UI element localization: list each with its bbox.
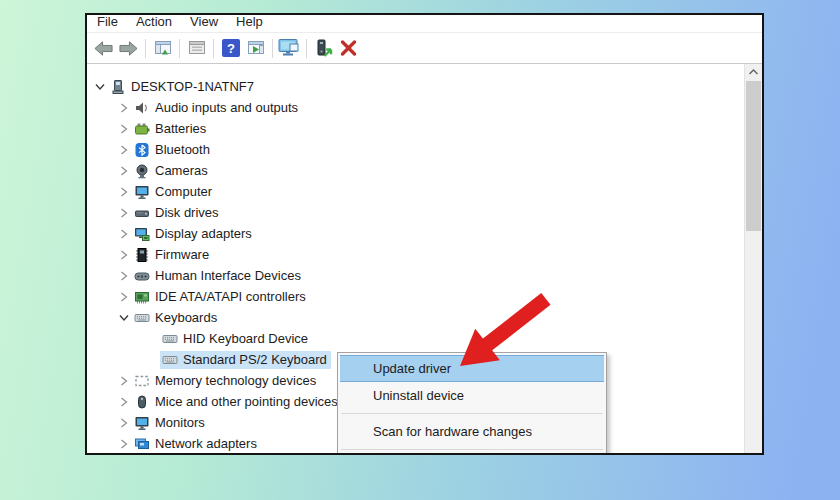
chevron-spacer <box>144 331 160 347</box>
tree-row-content[interactable]: IDE ATA/ATAPI controllers <box>132 288 310 306</box>
action-pane-icon <box>246 39 266 57</box>
back-button[interactable] <box>91 36 116 61</box>
tree-row[interactable]: Firmware <box>87 244 745 265</box>
context-menu-item-label: Update driver <box>373 361 451 376</box>
keyboard-icon <box>162 331 178 347</box>
tree-row[interactable]: Display adapters <box>87 223 745 244</box>
monitor-icon <box>134 184 150 200</box>
tree-row[interactable]: Disk drives <box>87 202 745 223</box>
tree-row[interactable]: Keyboards <box>87 307 745 328</box>
update-driver-button[interactable] <box>311 36 336 61</box>
tree-row[interactable]: Cameras <box>87 160 745 181</box>
menu-file[interactable]: File <box>88 15 127 32</box>
tree-row-label: Bluetooth <box>155 142 210 158</box>
tree-row-label: Computer <box>155 184 212 200</box>
tree-row[interactable]: IDE ATA/ATAPI controllers <box>87 286 745 307</box>
tree-row-content[interactable]: Network adapters <box>132 435 261 453</box>
context-menu-item-label: Uninstall device <box>373 388 464 403</box>
tree-row-label: Cameras <box>155 163 208 179</box>
tree-row-content[interactable]: DESKTOP-1NATNF7 <box>108 78 258 96</box>
tree-row-content[interactable]: Batteries <box>132 120 210 138</box>
tree-row-content[interactable]: Memory technology devices <box>132 372 320 390</box>
scan-hardware-button[interactable] <box>277 36 302 61</box>
tree-row[interactable]: Bluetooth <box>87 139 745 160</box>
chevron-up-icon <box>749 69 758 75</box>
chevron-collapsed-icon[interactable] <box>116 268 132 284</box>
chevron-collapsed-icon[interactable] <box>116 247 132 263</box>
scrollbar-thumb[interactable] <box>746 81 761 231</box>
tree-row-content[interactable]: HID Keyboard Device <box>160 330 312 348</box>
tree-row-content[interactable]: Cameras <box>132 162 212 180</box>
context-menu: Update driverUninstall deviceScan for ha… <box>337 352 607 455</box>
camera-icon <box>134 163 150 179</box>
speaker-icon <box>134 100 150 116</box>
menu-help[interactable]: Help <box>227 15 272 32</box>
tree-row-content[interactable]: Bluetooth <box>132 141 214 159</box>
chevron-collapsed-icon[interactable] <box>116 142 132 158</box>
context-menu-item-update-driver[interactable]: Update driver <box>340 355 604 382</box>
menu-view[interactable]: View <box>181 15 227 32</box>
chevron-collapsed-icon[interactable] <box>116 184 132 200</box>
forward-button[interactable] <box>116 36 141 61</box>
scrollbar-up-button[interactable] <box>745 64 762 80</box>
tree-row-content[interactable]: Firmware <box>132 246 213 264</box>
show-console-tree-icon <box>153 39 173 57</box>
tree-row-label: DESKTOP-1NATNF7 <box>131 79 254 95</box>
tree-row-label: Display adapters <box>155 226 252 242</box>
show-console-tree-button[interactable] <box>150 36 175 61</box>
action-pane-button[interactable] <box>243 36 268 61</box>
tree-row-content[interactable]: Monitors <box>132 414 209 432</box>
tree-row-label: Mice and other pointing devices <box>155 394 338 410</box>
update-driver-icon <box>314 38 334 58</box>
properties-window-button[interactable] <box>184 36 209 61</box>
chevron-expanded-icon[interactable] <box>92 79 108 95</box>
tree-row[interactable]: Batteries <box>87 118 745 139</box>
battery-icon <box>134 121 150 137</box>
chevron-collapsed-icon[interactable] <box>116 205 132 221</box>
menu-action[interactable]: Action <box>127 15 181 32</box>
tree-row-label: Standard PS/2 Keyboard <box>183 352 327 368</box>
vertical-scrollbar[interactable] <box>744 64 762 453</box>
chevron-collapsed-icon[interactable] <box>116 373 132 389</box>
tree-row-label: Human Interface Devices <box>155 268 301 284</box>
context-menu-item-scan-for-hardware-changes[interactable]: Scan for hardware changes <box>340 418 604 445</box>
help-button[interactable]: ? <box>218 36 243 61</box>
chevron-collapsed-icon[interactable] <box>116 394 132 410</box>
tree-row-content[interactable]: Disk drives <box>132 204 223 222</box>
tree-row[interactable]: Audio inputs and outputs <box>87 97 745 118</box>
keyboard-icon <box>134 310 150 326</box>
chevron-collapsed-icon[interactable] <box>116 289 132 305</box>
tree-row-content[interactable]: Keyboards <box>132 309 221 327</box>
tree-row-content[interactable]: Display adapters <box>132 225 256 243</box>
tree-row-label: Audio inputs and outputs <box>155 100 298 116</box>
chevron-collapsed-icon[interactable] <box>116 121 132 137</box>
toolbar-separator <box>179 39 180 58</box>
chevron-collapsed-icon[interactable] <box>116 436 132 452</box>
firmware-icon <box>134 247 150 263</box>
chevron-collapsed-icon[interactable] <box>116 415 132 431</box>
tree-row[interactable]: Human Interface Devices <box>87 265 745 286</box>
hid-icon <box>134 268 150 284</box>
uninstall-button[interactable] <box>336 36 361 61</box>
scan-hardware-icon <box>278 38 301 58</box>
mouse-icon <box>134 394 150 410</box>
chevron-collapsed-icon[interactable] <box>116 163 132 179</box>
tree-row-content[interactable]: Human Interface Devices <box>132 267 305 285</box>
tree-row-content[interactable]: Audio inputs and outputs <box>132 99 302 117</box>
bluetooth-icon <box>134 142 150 158</box>
tree-row-content[interactable]: Mice and other pointing devices <box>132 393 342 411</box>
tree-row[interactable]: HID Keyboard Device <box>87 328 745 349</box>
tree-row-content[interactable]: Computer <box>132 183 216 201</box>
context-menu-item-uninstall-device[interactable]: Uninstall device <box>340 382 604 409</box>
chevron-expanded-icon[interactable] <box>116 310 132 326</box>
chevron-collapsed-icon[interactable] <box>116 100 132 116</box>
tree-row[interactable]: Computer <box>87 181 745 202</box>
tree-row-content[interactable]: Standard PS/2 Keyboard <box>160 351 331 369</box>
tree-row[interactable]: DESKTOP-1NATNF7 <box>87 76 745 97</box>
tree-row-label: Disk drives <box>155 205 219 221</box>
chevron-collapsed-icon[interactable] <box>116 226 132 242</box>
back-icon <box>93 39 114 58</box>
forward-icon <box>118 39 139 58</box>
svg-text:?: ? <box>227 41 235 56</box>
tree-row-label: Batteries <box>155 121 206 137</box>
